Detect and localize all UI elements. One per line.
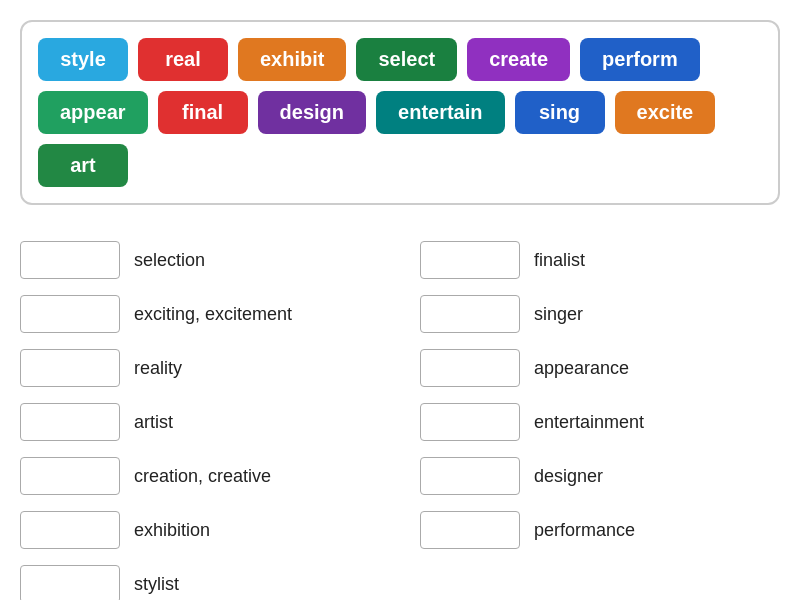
definition-label: stylist	[134, 574, 179, 595]
chip-design[interactable]: design	[258, 91, 366, 134]
match-row: entertainment	[420, 395, 780, 449]
match-row: exciting, excitement	[20, 287, 380, 341]
match-row: artist	[20, 395, 380, 449]
answer-box[interactable]	[20, 403, 120, 441]
chip-appear[interactable]: appear	[38, 91, 148, 134]
definition-label: selection	[134, 250, 205, 271]
match-row: selection	[20, 233, 380, 287]
definition-label: creation, creative	[134, 466, 271, 487]
answer-box[interactable]	[420, 457, 520, 495]
answer-box[interactable]	[420, 349, 520, 387]
answer-box[interactable]	[20, 295, 120, 333]
chip-entertain[interactable]: entertain	[376, 91, 504, 134]
answer-box[interactable]	[420, 511, 520, 549]
answer-box[interactable]	[20, 241, 120, 279]
chip-style[interactable]: style	[38, 38, 128, 81]
answer-box[interactable]	[420, 403, 520, 441]
definition-label: artist	[134, 412, 173, 433]
chip-real[interactable]: real	[138, 38, 228, 81]
answer-box[interactable]	[20, 457, 120, 495]
match-row: stylist	[20, 557, 380, 600]
match-row: reality	[20, 341, 380, 395]
definition-label: exhibition	[134, 520, 210, 541]
chip-art[interactable]: art	[38, 144, 128, 187]
match-col-left: selectionexciting, excitementrealityarti…	[20, 233, 380, 600]
chip-excite[interactable]: excite	[615, 91, 716, 134]
match-row: designer	[420, 449, 780, 503]
definition-label: reality	[134, 358, 182, 379]
match-grid: selectionexciting, excitementrealityarti…	[20, 233, 780, 600]
match-row: performance	[420, 503, 780, 557]
chip-create[interactable]: create	[467, 38, 570, 81]
definition-label: entertainment	[534, 412, 644, 433]
word-bank: stylerealexhibitselectcreateperformappea…	[20, 20, 780, 205]
match-row: finalist	[420, 233, 780, 287]
definition-label: performance	[534, 520, 635, 541]
definition-label: appearance	[534, 358, 629, 379]
definition-label: singer	[534, 304, 583, 325]
definition-label: finalist	[534, 250, 585, 271]
answer-box[interactable]	[420, 295, 520, 333]
answer-box[interactable]	[20, 511, 120, 549]
match-row: creation, creative	[20, 449, 380, 503]
definition-label: designer	[534, 466, 603, 487]
chip-sing[interactable]: sing	[515, 91, 605, 134]
match-row: singer	[420, 287, 780, 341]
chip-final[interactable]: final	[158, 91, 248, 134]
match-row: exhibition	[20, 503, 380, 557]
chip-exhibit[interactable]: exhibit	[238, 38, 346, 81]
definition-label: exciting, excitement	[134, 304, 292, 325]
answer-box[interactable]	[420, 241, 520, 279]
chip-select[interactable]: select	[356, 38, 457, 81]
answer-box[interactable]	[20, 565, 120, 600]
match-col-right: finalistsingerappearanceentertainmentdes…	[420, 233, 780, 600]
answer-box[interactable]	[20, 349, 120, 387]
chip-perform[interactable]: perform	[580, 38, 700, 81]
match-row: appearance	[420, 341, 780, 395]
